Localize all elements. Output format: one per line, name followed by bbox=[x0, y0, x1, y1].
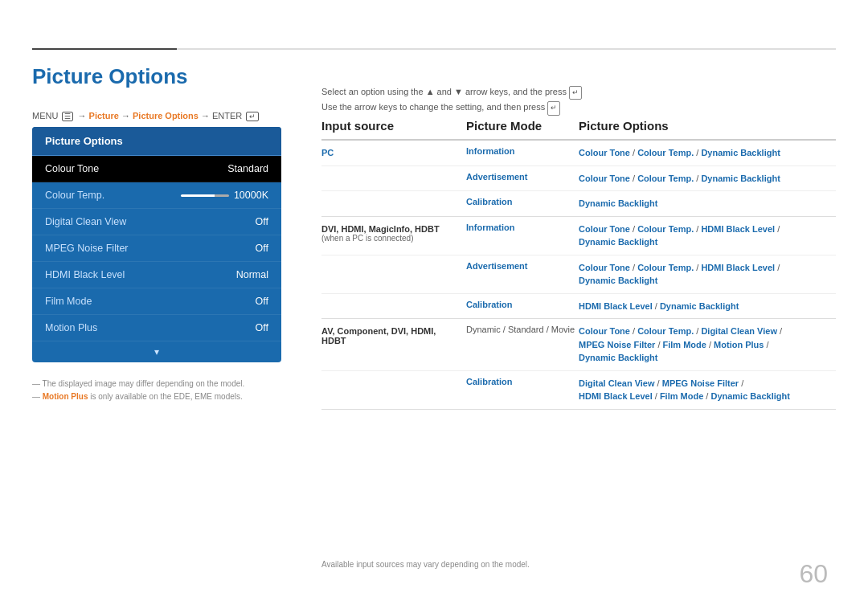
footer-note: Available input sources may vary dependi… bbox=[321, 560, 530, 569]
mode-calibration-3: Calibration bbox=[466, 377, 579, 386]
motion-plus-label: Motion Plus bbox=[45, 322, 97, 333]
mode-information-1: Information bbox=[466, 146, 579, 156]
mode-advertisement-1: Advertisement bbox=[466, 172, 579, 182]
film-mode-label: Film Mode bbox=[45, 296, 92, 307]
page-number: 60 bbox=[799, 559, 828, 589]
options-table: Input source Picture Mode Picture Option… bbox=[321, 119, 836, 410]
options-dvi-info: Colour Tone / Colour Temp. / HDMI Black … bbox=[579, 223, 836, 249]
colour-temp-bar bbox=[181, 194, 229, 197]
motion-plus-note: ― Motion Plus is only available on the E… bbox=[32, 390, 244, 403]
section-av-component: AV, Component, DVI, HDMI,HDBT Dynamic / … bbox=[321, 319, 836, 410]
section-dvi-hdmi: DVI, HDMI, MagicInfo, HDBT (when a PC is… bbox=[321, 217, 836, 320]
picture-options-panel: Picture Options Colour Tone Standard Col… bbox=[32, 127, 281, 362]
col-header-options: Picture Options bbox=[579, 119, 836, 133]
menu-path: MENU ☰ → Picture → Picture Options → ENT… bbox=[32, 111, 259, 121]
panel-item-colour-tone[interactable]: Colour Tone Standard bbox=[32, 156, 281, 182]
panel-notes: ― The displayed image may differ dependi… bbox=[32, 378, 244, 403]
enter-icon: ↵ bbox=[246, 112, 259, 121]
table-header: Input source Picture Mode Picture Option… bbox=[321, 119, 836, 141]
instruction-line1: Select an option using the ▲ and ▼ arrow… bbox=[321, 84, 582, 100]
digital-clean-view-value: Off bbox=[256, 216, 268, 227]
panel-item-digital-clean-view[interactable]: Digital Clean View Off bbox=[32, 209, 281, 235]
input-pc: PC bbox=[321, 146, 466, 157]
col-header-mode: Picture Mode bbox=[466, 119, 579, 133]
table-row: Calibration HDMI Black Level / Dynamic B… bbox=[321, 294, 836, 319]
panel-header: Picture Options bbox=[32, 127, 281, 156]
panel-item-mpeg-noise-filter[interactable]: MPEG Noise Filter Off bbox=[32, 235, 281, 262]
input-dvi-hdmi: DVI, HDMI, MagicInfo, HDBT (when a PC is… bbox=[321, 223, 466, 243]
table-row: DVI, HDMI, MagicInfo, HDBT (when a PC is… bbox=[321, 217, 836, 255]
options-pc-advert: Colour Tone / Colour Temp. / Dynamic Bac… bbox=[579, 172, 836, 186]
instructions: Select an option using the ▲ and ▼ arrow… bbox=[321, 84, 582, 116]
menu-label: MENU bbox=[32, 111, 58, 121]
panel-item-hdmi-black-level[interactable]: HDMI Black Level Normal bbox=[32, 262, 281, 288]
colour-tone-label: Colour Tone bbox=[45, 163, 99, 174]
options-pc-calib: Dynamic Backlight bbox=[579, 197, 836, 210]
col-header-input: Input source bbox=[321, 119, 466, 133]
mode-calibration-2: Calibration bbox=[466, 300, 579, 309]
menu-icon: ☰ bbox=[62, 112, 73, 121]
table-row: Advertisement Colour Tone / Colour Temp.… bbox=[321, 255, 836, 294]
table-row: Calibration Digital Clean View / MPEG No… bbox=[321, 371, 836, 409]
top-border bbox=[32, 48, 836, 50]
colour-temp-label: Colour Temp. bbox=[45, 190, 104, 201]
mode-calibration-1: Calibration bbox=[466, 197, 579, 206]
colour-temp-value: 10000K bbox=[181, 190, 268, 201]
mode-advertisement-2: Advertisement bbox=[466, 261, 579, 271]
table-row: Calibration Dynamic Backlight bbox=[321, 191, 836, 216]
instruction-line2: Use the arrow keys to change the setting… bbox=[321, 100, 582, 115]
motion-plus-value: Off bbox=[256, 322, 268, 333]
film-mode-value: Off bbox=[256, 296, 268, 307]
options-av-calib: Digital Clean View / MPEG Noise Filter /… bbox=[579, 377, 836, 403]
section-pc: PC Information Colour Tone / Colour Temp… bbox=[321, 141, 836, 217]
hdmi-black-level-label: HDMI Black Level bbox=[45, 269, 125, 280]
options-pc-info: Colour Tone / Colour Temp. / Dynamic Bac… bbox=[579, 146, 836, 160]
hdmi-black-level-value: Normal bbox=[236, 269, 268, 280]
menu-picture: Picture bbox=[89, 111, 119, 121]
panel-item-colour-temp[interactable]: Colour Temp. 10000K bbox=[32, 182, 281, 209]
page-title: Picture Options bbox=[32, 64, 188, 89]
enter-kbd-2: ↵ bbox=[547, 101, 560, 115]
digital-clean-view-label: Digital Clean View bbox=[45, 216, 126, 227]
mode-dynamic-std-movie: Dynamic / Standard / Movie bbox=[466, 325, 579, 334]
colour-tone-value: Standard bbox=[227, 163, 268, 174]
options-dvi-calib: HDMI Black Level / Dynamic Backlight bbox=[579, 300, 836, 313]
mode-information-2: Information bbox=[466, 223, 579, 232]
options-av-dynamic: Colour Tone / Colour Temp. / Digital Cle… bbox=[579, 325, 836, 365]
panel-chevron-down[interactable]: ▾ bbox=[32, 341, 281, 362]
options-dvi-advert: Colour Tone / Colour Temp. / HDMI Black … bbox=[579, 261, 836, 288]
table-row: Advertisement Colour Tone / Colour Temp.… bbox=[321, 166, 836, 192]
panel-item-film-mode[interactable]: Film Mode Off bbox=[32, 288, 281, 315]
enter-kbd-1: ↵ bbox=[569, 86, 582, 100]
input-av-component: AV, Component, DVI, HDMI,HDBT bbox=[321, 325, 466, 345]
table-row: AV, Component, DVI, HDMI,HDBT Dynamic / … bbox=[321, 319, 836, 371]
mpeg-noise-filter-value: Off bbox=[256, 243, 268, 254]
panel-item-motion-plus[interactable]: Motion Plus Off bbox=[32, 315, 281, 341]
table-body: PC Information Colour Tone / Colour Temp… bbox=[321, 141, 836, 410]
table-row: PC Information Colour Tone / Colour Temp… bbox=[321, 141, 836, 166]
mpeg-noise-filter-label: MPEG Noise Filter bbox=[45, 243, 129, 254]
model-note: ― The displayed image may differ dependi… bbox=[32, 378, 244, 390]
menu-picture-options: Picture Options bbox=[133, 111, 199, 121]
